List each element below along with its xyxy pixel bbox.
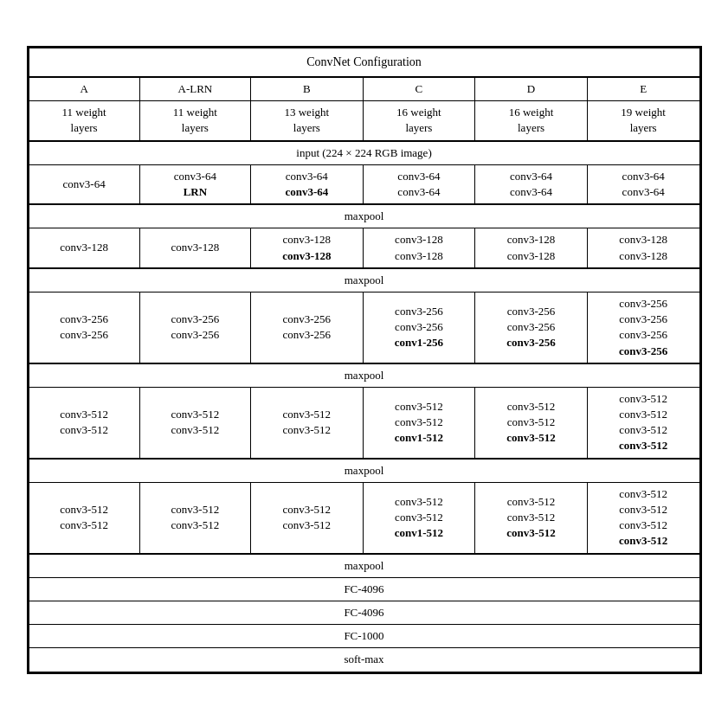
conv64-c: conv3-64conv3-64	[363, 164, 475, 204]
conv256-e: conv3-256conv3-256conv3-256conv3-256	[587, 292, 699, 363]
weight-d: 16 weightlayers	[475, 101, 588, 141]
col-c: C	[363, 77, 475, 101]
conv64-a: conv3-64	[29, 164, 139, 204]
maxpool-1: maxpool	[29, 204, 699, 228]
weight-layers-row: 11 weightlayers 11 weightlayers 13 weigh…	[29, 101, 699, 141]
title-row: ConvNet Configuration	[29, 48, 699, 77]
col-a: A	[29, 77, 139, 101]
maxpool-row-1: maxpool	[29, 204, 699, 228]
conv512b-d: conv3-512conv3-512conv3-512	[475, 482, 588, 553]
conv64-row: conv3-64 conv3-64LRN conv3-64conv3-64 co…	[29, 164, 699, 204]
maxpool-row-2: maxpool	[29, 268, 699, 292]
maxpool-2: maxpool	[29, 268, 699, 292]
conv128-alrn: conv3-128	[139, 228, 250, 268]
conv512a-c: conv3-512conv3-512conv1-512	[363, 387, 475, 458]
header-col-row: A A-LRN B C D E	[29, 77, 699, 101]
weight-c: 16 weightlayers	[363, 101, 475, 141]
col-b: B	[251, 77, 364, 101]
conv512b-c: conv3-512conv3-512conv1-512	[363, 482, 475, 553]
conv512-row-1: conv3-512conv3-512 conv3-512conv3-512 co…	[29, 387, 699, 458]
conv512a-e: conv3-512conv3-512conv3-512conv3-512	[587, 387, 699, 458]
input-label: input (224 × 224 RGB image)	[29, 141, 699, 165]
conv64-e: conv3-64conv3-64	[587, 164, 699, 204]
fc-1000-row: FC-1000	[29, 625, 699, 648]
conv256-d: conv3-256conv3-256conv3-256	[475, 292, 588, 363]
col-alrn: A-LRN	[139, 77, 250, 101]
maxpool-row-5: maxpool	[29, 554, 699, 578]
conv128-e: conv3-128conv3-128	[587, 228, 699, 268]
col-e: E	[587, 77, 699, 101]
conv512a-d: conv3-512conv3-512conv3-512	[475, 387, 588, 458]
weight-alrn: 11 weightlayers	[139, 101, 250, 141]
col-d: D	[475, 77, 588, 101]
conv512a-b: conv3-512conv3-512	[251, 387, 364, 458]
conv64-alrn: conv3-64LRN	[139, 164, 250, 204]
conv512a-alrn: conv3-512conv3-512	[139, 387, 250, 458]
softmax-row: soft-max	[29, 648, 699, 672]
conv128-d: conv3-128conv3-128	[475, 228, 588, 268]
conv256-alrn: conv3-256conv3-256	[139, 292, 250, 363]
weight-a: 11 weightlayers	[29, 101, 139, 141]
conv128-row: conv3-128 conv3-128 conv3-128conv3-128 c…	[29, 228, 699, 268]
conv256-a: conv3-256conv3-256	[29, 292, 139, 363]
table-title: ConvNet Configuration	[29, 48, 699, 77]
maxpool-3: maxpool	[29, 363, 699, 388]
maxpool-row-3: maxpool	[29, 363, 699, 388]
weight-b: 13 weightlayers	[251, 101, 364, 141]
fc-4096-1: FC-4096	[29, 577, 699, 601]
fc-4096-row-1: FC-4096	[29, 577, 699, 601]
conv128-c: conv3-128conv3-128	[363, 228, 475, 268]
conv256-c: conv3-256conv3-256conv1-256	[363, 292, 475, 363]
maxpool-4: maxpool	[29, 459, 699, 483]
fc-1000: FC-1000	[29, 625, 699, 648]
conv512b-alrn: conv3-512conv3-512	[139, 482, 250, 553]
conv64-d: conv3-64conv3-64	[475, 164, 588, 204]
conv512a-a: conv3-512conv3-512	[29, 387, 139, 458]
maxpool-row-4: maxpool	[29, 459, 699, 483]
conv128-a: conv3-128	[29, 228, 139, 268]
conv256-row: conv3-256conv3-256 conv3-256conv3-256 co…	[29, 292, 699, 363]
softmax: soft-max	[29, 648, 699, 672]
convnet-config-container: ConvNet Configuration A A-LRN B C D E 11…	[27, 46, 702, 673]
conv128-b: conv3-128conv3-128	[251, 228, 364, 268]
fc-4096-row-2: FC-4096	[29, 601, 699, 624]
conv64-b: conv3-64conv3-64	[251, 164, 364, 204]
conv256-b: conv3-256conv3-256	[251, 292, 364, 363]
conv512b-b: conv3-512conv3-512	[251, 482, 364, 553]
convnet-table: ConvNet Configuration A A-LRN B C D E 11…	[29, 48, 700, 672]
conv512-row-2: conv3-512conv3-512 conv3-512conv3-512 co…	[29, 482, 699, 553]
input-row: input (224 × 224 RGB image)	[29, 141, 699, 165]
weight-e: 19 weightlayers	[587, 101, 699, 141]
maxpool-5: maxpool	[29, 554, 699, 578]
conv512b-e: conv3-512conv3-512conv3-512conv3-512	[587, 482, 699, 553]
conv512b-a: conv3-512conv3-512	[29, 482, 139, 553]
fc-4096-2: FC-4096	[29, 601, 699, 624]
